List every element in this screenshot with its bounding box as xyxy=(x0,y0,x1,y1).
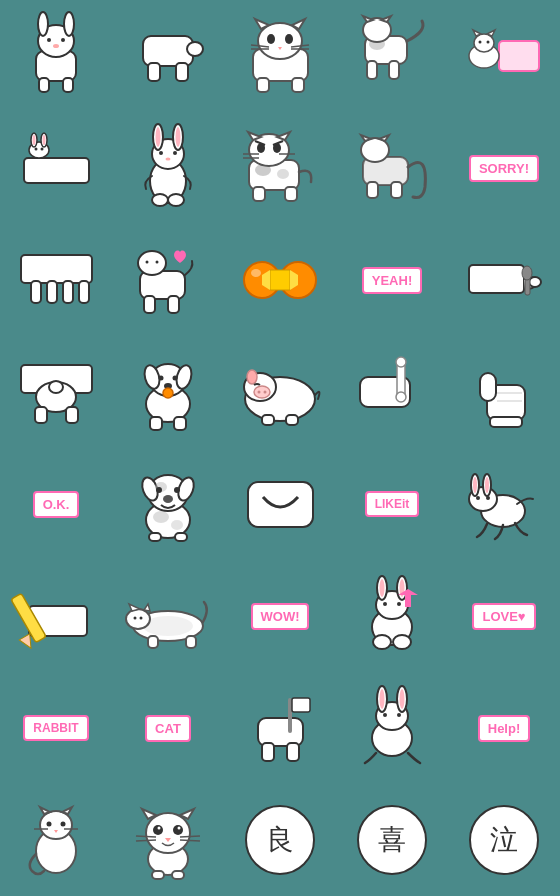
svg-point-14 xyxy=(258,23,302,59)
cell-8-2[interactable] xyxy=(112,784,224,896)
cell-7-4[interactable] xyxy=(336,672,448,784)
cell-1-5[interactable] xyxy=(448,0,560,112)
svg-rect-88 xyxy=(168,296,179,313)
cell-2-5[interactable]: SORRY! xyxy=(448,112,560,224)
svg-point-111 xyxy=(159,376,164,381)
yeah-label: YEAH! xyxy=(362,267,422,294)
svg-rect-116 xyxy=(174,417,186,430)
cell-7-2[interactable]: CAT xyxy=(112,672,224,784)
svg-marker-193 xyxy=(62,807,72,814)
cell-1-4[interactable] xyxy=(336,0,448,112)
cell-7-1[interactable]: RABBIT xyxy=(0,672,112,784)
cell-3-3[interactable] xyxy=(224,224,336,336)
svg-point-121 xyxy=(258,391,261,394)
svg-rect-133 xyxy=(490,417,522,427)
svg-rect-9 xyxy=(143,36,193,66)
love-label: LOVE♥ xyxy=(472,603,535,630)
svg-rect-145 xyxy=(175,533,187,541)
kanji-good-text: 良 xyxy=(266,821,294,859)
svg-rect-73 xyxy=(285,187,297,201)
cell-6-1[interactable] xyxy=(0,560,112,672)
svg-point-53 xyxy=(176,127,181,147)
cell-5-5[interactable] xyxy=(448,448,560,560)
svg-rect-72 xyxy=(253,187,265,201)
svg-line-209 xyxy=(180,836,200,837)
cell-5-2[interactable] xyxy=(112,448,224,560)
cell-2-4[interactable] xyxy=(336,112,448,224)
cell-8-5[interactable]: 泣 xyxy=(448,784,560,896)
cell-5-4[interactable]: LIKEit xyxy=(336,448,448,560)
cell-4-5[interactable] xyxy=(448,336,560,448)
cell-6-4[interactable] xyxy=(336,560,448,672)
svg-rect-12 xyxy=(176,63,188,81)
svg-point-122 xyxy=(264,391,267,394)
svg-point-47 xyxy=(42,135,45,145)
cell-4-4[interactable] xyxy=(336,336,448,448)
svg-point-10 xyxy=(187,42,203,56)
svg-point-90 xyxy=(146,260,149,263)
svg-rect-115 xyxy=(150,417,162,430)
svg-point-151 xyxy=(473,477,477,493)
svg-point-174 xyxy=(397,602,401,606)
cell-3-4[interactable]: YEAH! xyxy=(336,224,448,336)
svg-rect-82 xyxy=(31,281,41,303)
svg-point-173 xyxy=(383,602,387,606)
kanji-happy-text: 喜 xyxy=(378,821,406,859)
svg-rect-94 xyxy=(270,270,290,290)
svg-point-164 xyxy=(140,616,143,619)
cell-5-1[interactable]: O.K. xyxy=(0,448,112,560)
cell-8-1[interactable] xyxy=(0,784,112,896)
kanji-happy-circle: 喜 xyxy=(357,805,427,875)
cell-1-1[interactable] xyxy=(0,0,112,112)
svg-point-136 xyxy=(171,520,183,530)
svg-point-135 xyxy=(153,511,169,523)
cell-5-3[interactable] xyxy=(224,448,336,560)
cell-8-3[interactable]: 良 xyxy=(224,784,336,896)
cell-1-2[interactable] xyxy=(112,0,224,112)
cell-1-3[interactable] xyxy=(224,0,336,112)
cell-6-2[interactable] xyxy=(112,560,224,672)
svg-point-104 xyxy=(49,381,63,393)
cell-4-3[interactable] xyxy=(224,336,336,448)
svg-point-6 xyxy=(53,44,59,48)
svg-point-187 xyxy=(399,689,404,709)
svg-rect-83 xyxy=(47,281,57,303)
cell-4-2[interactable] xyxy=(112,336,224,448)
cell-4-1[interactable] xyxy=(0,336,112,448)
svg-point-89 xyxy=(138,251,166,275)
svg-point-141 xyxy=(156,487,162,493)
svg-marker-162 xyxy=(144,604,150,611)
cell-3-2[interactable] xyxy=(112,224,224,336)
svg-rect-124 xyxy=(286,415,298,425)
svg-line-210 xyxy=(180,840,200,841)
cell-3-5[interactable] xyxy=(448,224,560,336)
svg-point-57 xyxy=(152,194,168,206)
svg-point-44 xyxy=(34,148,37,151)
svg-point-5 xyxy=(61,38,65,42)
cell-6-3[interactable]: WOW! xyxy=(224,560,336,672)
cell-8-4[interactable]: 喜 xyxy=(336,784,448,896)
svg-marker-80 xyxy=(379,135,389,141)
svg-marker-79 xyxy=(361,135,371,141)
cell-6-5[interactable]: LOVE♥ xyxy=(448,560,560,672)
cell-7-5[interactable]: Help! xyxy=(448,672,560,784)
cell-2-2[interactable] xyxy=(112,112,224,224)
cat-label: CAT xyxy=(145,715,191,742)
help-label: Help! xyxy=(478,715,531,742)
cell-7-3[interactable] xyxy=(224,672,336,784)
cell-2-1[interactable] xyxy=(0,112,112,224)
svg-rect-8 xyxy=(63,78,73,92)
svg-point-186 xyxy=(379,689,384,709)
svg-point-188 xyxy=(383,713,387,717)
svg-point-99 xyxy=(529,277,541,287)
svg-point-54 xyxy=(159,151,163,155)
svg-point-176 xyxy=(393,635,411,649)
svg-rect-25 xyxy=(292,78,304,92)
cell-2-3[interactable] xyxy=(224,112,336,224)
svg-point-58 xyxy=(168,194,184,206)
svg-rect-33 xyxy=(499,41,539,71)
svg-point-175 xyxy=(373,635,391,649)
cell-3-1[interactable] xyxy=(0,224,112,336)
svg-point-97 xyxy=(251,269,261,277)
svg-point-35 xyxy=(474,34,494,52)
